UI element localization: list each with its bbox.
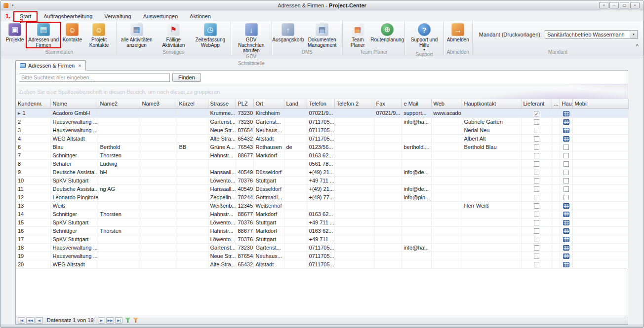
- table-row[interactable]: 6BlauBertholdBBGrüne A...76543Rothausend…: [16, 143, 628, 151]
- ribbon-button-team-planer[interactable]: ▦Team Planer: [344, 22, 371, 48]
- column-header-land[interactable]: Land: [284, 99, 307, 109]
- blue-table-icon[interactable]: [563, 228, 569, 234]
- checkbox-icon[interactable]: [534, 136, 539, 142]
- ribbon-button-f-llige-aktivit-ten[interactable]: ⚑Fällige Aktivitäten: [156, 22, 191, 48]
- checkbox-icon[interactable]: [534, 128, 539, 133]
- checkbox-icon[interactable]: [534, 245, 539, 251]
- checkbox-icon[interactable]: [534, 254, 539, 259]
- checkbox-icon[interactable]: [534, 262, 539, 267]
- ribbon-button-support-und-hilfe[interactable]: ?Support und Hilfe▾: [406, 22, 442, 51]
- table-row[interactable]: 15SpKV StuttgartLöwento...70376Stuttgart…: [16, 218, 628, 226]
- ribbon-button-dokumenten-management[interactable]: ▤Dokumenten Management: [303, 22, 341, 48]
- find-button[interactable]: Finden: [172, 73, 201, 82]
- qat-dropdown-icon[interactable]: ▾: [12, 3, 14, 7]
- filter-icon[interactable]: [125, 318, 130, 323]
- quick-access-toolbar[interactable]: ▾: [0, 3, 14, 8]
- maximize-button[interactable]: ▢: [620, 2, 629, 8]
- blue-table-icon[interactable]: [563, 111, 569, 116]
- table-row[interactable]: 18Hausverwaltung ...Gartenst...73230Gart…: [16, 243, 628, 252]
- checkbox-icon[interactable]: [564, 178, 569, 183]
- column-header-kuerzel[interactable]: Kürzel: [177, 99, 208, 109]
- column-header-plz[interactable]: PLZ: [236, 99, 253, 109]
- table-row[interactable]: 16SchnittgerThorstenHahnstr...88677Markd…: [16, 226, 628, 235]
- blue-table-icon[interactable]: [563, 203, 569, 209]
- ribbon-button-projekt-kontakte[interactable]: ☺Projekt Kontakte: [83, 22, 114, 48]
- ribbon-tab-start[interactable]: Start1.: [13, 11, 38, 21]
- table-row[interactable]: ▶1Acadoro GmbHKrumme...73230Kirchheim070…: [16, 109, 628, 117]
- table-row[interactable]: 2Hausverwaltung ...Gartenst...73230Garte…: [16, 117, 628, 126]
- group-by-panel[interactable]: Ziehen Sie eine Spaltenüberschrift in di…: [16, 84, 628, 99]
- column-header-email[interactable]: e Mail: [402, 99, 431, 109]
- ribbon-tab-auswertungen[interactable]: Auswertungen: [137, 12, 184, 21]
- mandant-combobox[interactable]: Sanitärfachbetrieb Wassermann▾: [545, 30, 638, 39]
- column-header-name[interactable]: Name: [50, 99, 98, 109]
- table-row[interactable]: 19Hausverwaltung ...Neue Str...87654Neuh…: [16, 252, 628, 260]
- column-header-hauptkontakt[interactable]: Hauptkontakt: [462, 99, 521, 109]
- nav-prev-button[interactable]: ◀: [36, 317, 43, 324]
- checkbox-icon[interactable]: [534, 161, 539, 167]
- nav-prev-page-button[interactable]: ◀◀: [26, 317, 35, 324]
- checkbox-icon[interactable]: [564, 161, 569, 167]
- ribbon-tab-verwaltung[interactable]: Verwaltung: [98, 12, 137, 21]
- ribbon-button-ausgangskorb[interactable]: ↑Ausgangskorb: [274, 22, 303, 42]
- blue-table-icon[interactable]: [563, 262, 569, 267]
- checkbox-icon[interactable]: [534, 237, 539, 242]
- column-header-telefon2[interactable]: Telefon 2: [334, 99, 374, 109]
- table-row[interactable]: 13WeißWeißenb...12345WeißenhofHerr Weiß: [16, 201, 628, 210]
- checkbox-icon[interactable]: [534, 186, 539, 192]
- table-row[interactable]: 9Deutsche Assista...bHHansaall...40549Dü…: [16, 168, 628, 176]
- blue-table-icon[interactable]: [563, 237, 569, 242]
- tab-adressen-firmen[interactable]: Adressen & Firmen ×: [15, 60, 86, 71]
- checkbox-icon[interactable]: [534, 212, 539, 217]
- blue-table-icon[interactable]: [563, 254, 569, 259]
- checkbox-icon[interactable]: [564, 195, 569, 200]
- checkbox-icon[interactable]: [534, 228, 539, 234]
- checkbox-icon[interactable]: [534, 178, 539, 183]
- blue-table-icon[interactable]: [563, 136, 569, 142]
- edit-filter-icon[interactable]: [133, 318, 138, 323]
- table-row[interactable]: 10SpKV StuttgartLöwento...70376Stuttgart…: [16, 176, 628, 184]
- nav-next-page-button[interactable]: ▶▶: [106, 317, 115, 324]
- ribbon-button-projekte[interactable]: ▣Projekte: [4, 22, 26, 42]
- checkbox-icon[interactable]: [564, 186, 569, 192]
- checkbox-icon[interactable]: [534, 111, 539, 116]
- minimize-button[interactable]: ─: [609, 2, 619, 8]
- column-header-lieferant[interactable]: Lieferant: [521, 99, 552, 109]
- column-header-kundennr[interactable]: Kundennr.: [16, 99, 50, 109]
- ribbon-collapse-icon[interactable]: ^: [636, 43, 639, 49]
- column-header-name2[interactable]: Name2: [98, 99, 140, 109]
- column-header-strasse[interactable]: Strasse: [208, 99, 236, 109]
- column-header-mobil[interactable]: Mobil: [572, 99, 628, 109]
- column-header-name3[interactable]: Name3: [140, 99, 177, 109]
- nav-first-button[interactable]: |◀: [18, 317, 25, 324]
- table-row[interactable]: 17SpKV StuttgartLöwento...70376Stuttgart…: [16, 235, 628, 243]
- ribbon-button-adressen-und-firmen[interactable]: ▤Adressen und Firmen2.: [26, 22, 61, 48]
- column-header-hau[interactable]: Hau...: [560, 99, 572, 109]
- checkbox-icon[interactable]: [534, 119, 539, 125]
- ribbon-button-gdv-nachrichten-abrufen[interactable]: ↓GDV Nachrichten abrufen: [233, 22, 270, 53]
- checkbox-icon[interactable]: [534, 153, 539, 158]
- tab-close-icon[interactable]: ×: [77, 63, 81, 69]
- ribbon-button-abmelden[interactable]: →Abmelden: [445, 22, 471, 42]
- ribbon-tab-aktionen[interactable]: Aktionen: [184, 12, 217, 21]
- table-row[interactable]: 12Leonardo PingitoreZeppelin...78244Gott…: [16, 193, 628, 201]
- ribbon-button-routenplanung[interactable]: ⊕Routenplanung: [371, 22, 403, 42]
- ribbon-button-zeiterfassung-webapp[interactable]: ◷Zeiterfassung WebApp: [192, 22, 229, 48]
- column-header-ort[interactable]: Ort: [253, 99, 284, 109]
- chevron-down-icon[interactable]: ▾: [630, 31, 637, 38]
- table-row[interactable]: 11Deutsche Assista...ng AGHansaall...405…: [16, 184, 628, 193]
- ribbon-button-alle-aktivit-ten-anzeigen[interactable]: ▦alle Aktivitäten anzeigen: [118, 22, 156, 48]
- checkbox-icon[interactable]: [564, 153, 569, 158]
- table-row[interactable]: 20WEG AltstadtAlte Stra...65432Altstadt0…: [16, 260, 628, 268]
- search-input[interactable]: [19, 73, 170, 82]
- column-header-web[interactable]: Web: [431, 99, 462, 109]
- column-header-telefon[interactable]: Telefon: [307, 99, 334, 109]
- checkbox-icon[interactable]: [564, 170, 569, 175]
- table-row[interactable]: 3Hausverwaltung ...Neue Str...87654Neuha…: [16, 126, 628, 134]
- blue-table-icon[interactable]: [563, 245, 569, 251]
- close-button[interactable]: ×: [630, 2, 640, 8]
- table-row[interactable]: 7SchnittgerThorstenHahnstr...88677Markdo…: [16, 151, 628, 159]
- blue-table-icon[interactable]: [563, 220, 569, 225]
- column-header-dots[interactable]: ...: [552, 99, 560, 109]
- checkbox-icon[interactable]: [534, 145, 539, 150]
